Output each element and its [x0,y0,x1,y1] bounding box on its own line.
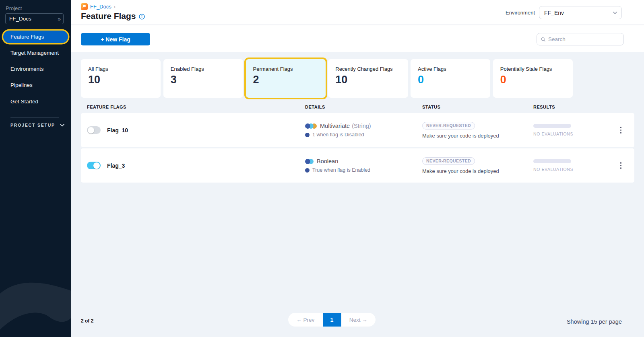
environment-select[interactable]: FF_Env [539,6,622,19]
breadcrumb: FF_Docs › [81,3,116,10]
evaluations-note: NO EVALUATIONS [533,167,616,172]
table-row[interactable]: Flag_3 Boolean True when flag is Enabled… [81,148,634,183]
column-header-details: DETAILS [305,105,422,109]
page-header: FF_Docs › Feature Flags Environment FF_E… [71,0,644,25]
stat-card-recently-changed-flags[interactable]: Recently Changed Flags 10 [328,59,408,98]
sidebar-item-pipelines[interactable]: Pipelines [10,82,33,88]
stat-label: Active Flags [418,66,483,72]
status-note: Make sure your code is deployed [422,168,533,174]
boolean-icon [305,159,314,164]
stat-card-active-flags[interactable]: Active Flags 0 [411,59,490,98]
page-number-button[interactable]: 1 [323,313,341,327]
evaluations-bar [533,159,571,163]
evaluations-bar [533,124,571,128]
environment-value: FF_Env [544,10,613,16]
table-header: FEATURE FLAGS DETAILS STATUS RESULTS [81,105,634,109]
stat-value: 3 [171,74,236,86]
row-count: 2 of 2 [81,318,93,324]
breadcrumb-chevron-icon: › [114,4,116,10]
search-input[interactable] [548,36,619,42]
sidebar-item-get-started[interactable]: Get Started [10,99,38,105]
status-badge: NEVER-REQUESTED [422,157,475,165]
toolbar: + New Flag [71,25,644,52]
status-badge: NEVER-REQUESTED [422,122,475,129]
main-content: All Flags 10 Enabled Flags 3 Permanent F… [71,53,644,337]
status-note: Make sure your code is deployed [422,133,533,139]
environment-label: Environment [506,10,535,16]
stat-card-potentially-stale-flags[interactable]: Potentially Stale Flags 0 [493,59,573,98]
column-header-feature-flags: FEATURE FLAGS [87,105,305,109]
multivariate-icon [305,123,317,129]
next-page-button[interactable]: Next → [341,317,376,323]
sidebar-item-environments[interactable]: Environments [10,66,44,72]
column-header-results: RESULTS [533,105,616,109]
sidebar-item-feature-flags[interactable]: Feature Flags [3,31,68,43]
new-flag-button[interactable]: + New Flag [81,33,150,45]
variation-note: True when flag is Enabled [312,167,370,173]
project-label: Project [6,5,22,11]
flag-toggle[interactable] [87,126,101,134]
stat-label: All Flags [88,66,153,72]
flag-type-suffix: (String) [352,123,371,129]
variation-dot-icon [305,133,310,137]
stat-label: Enabled Flags [171,66,236,72]
collapse-sidebar-icon[interactable]: » [58,16,60,22]
pagination: ← Prev 1 Next → [288,313,376,327]
chevron-down-icon [60,124,64,127]
stat-card-all-flags[interactable]: All Flags 10 [81,59,161,98]
stat-card-enabled-flags[interactable]: Enabled Flags 3 [163,59,243,98]
sidebar-divider [10,117,59,118]
sidebar-decoration [0,269,71,337]
stat-label: Permanent Flags [253,66,318,72]
stat-value: 0 [500,74,566,86]
stat-value: 0 [418,74,483,86]
page-title: Feature Flags [81,11,136,21]
stat-card-permanent-flags[interactable]: Permanent Flags 2 [246,59,326,98]
flag-name[interactable]: Flag_10 [107,127,128,134]
stat-value: 2 [253,74,318,86]
project-name: FF_Docs [9,16,58,22]
sidebar: Project FF_Docs » Feature Flags Target M… [0,0,71,337]
page-size-label: Showing 15 per page [567,319,622,325]
sidebar-item-label: Feature Flags [10,34,44,40]
feature-flags-logo-icon [81,3,88,10]
variation-note: 1 when flag is Disabled [312,132,364,138]
sidebar-item-target-management[interactable]: Target Management [10,50,59,56]
project-setup-section[interactable]: PROJECT SETUP [10,123,64,127]
stat-label: Recently Changed Flags [335,66,400,72]
flag-type: Multivariate [320,123,350,129]
stat-cards: All Flags 10 Enabled Flags 3 Permanent F… [81,59,573,98]
prev-page-button[interactable]: ← Prev [288,317,323,323]
breadcrumb-project-link[interactable]: FF_Docs [90,4,111,10]
row-menu-icon[interactable] [618,160,624,171]
stat-value: 10 [88,74,153,86]
evaluations-note: NO EVALUATIONS [533,132,616,136]
column-header-status: STATUS [422,105,533,109]
table-row[interactable]: Flag_10 Multivariate (String) 1 when fla… [81,113,634,147]
variation-dot-icon [305,168,310,173]
flag-toggle[interactable] [87,162,101,169]
info-icon[interactable] [139,14,145,20]
project-setup-label: PROJECT SETUP [10,123,55,127]
search-box[interactable] [537,33,624,45]
chevron-down-icon [613,11,617,14]
row-menu-icon[interactable] [618,124,624,136]
flag-type: Boolean [317,158,338,164]
project-selector[interactable]: FF_Docs » [5,13,64,24]
stat-value: 10 [335,74,400,86]
flag-name[interactable]: Flag_3 [107,162,125,169]
stat-label: Potentially Stale Flags [500,66,566,72]
search-icon [541,37,545,42]
